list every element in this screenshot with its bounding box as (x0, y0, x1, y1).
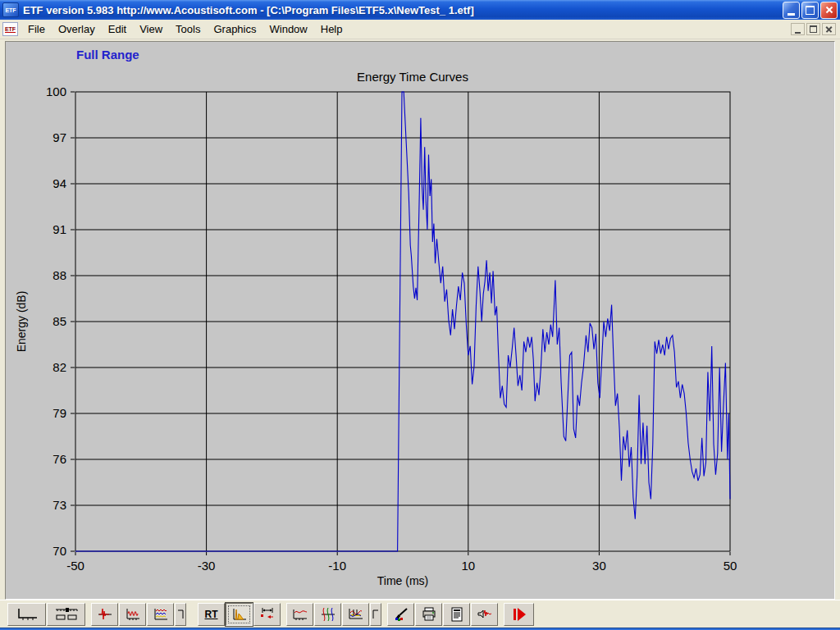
svg-text:79: 79 (52, 406, 66, 420)
child-window-controls (791, 23, 838, 35)
impulse-icon (97, 607, 113, 622)
svg-text:50: 50 (724, 559, 737, 573)
color-settings-button[interactable] (387, 603, 414, 626)
menu-bar: ETF FileOverlayEditViewToolsGraphicsWind… (0, 20, 840, 39)
child-minimize-button[interactable] (791, 23, 805, 35)
corner-right-icon (371, 607, 381, 622)
axes-button[interactable] (7, 603, 46, 626)
svg-text:30: 30 (592, 559, 606, 573)
svg-text:10: 10 (461, 559, 475, 573)
child-minimize-icon (795, 32, 801, 34)
menu-item-window[interactable]: Window (263, 21, 314, 38)
document-icon: ETF (2, 22, 18, 36)
menu-item-overlay[interactable]: Overlay (52, 21, 102, 38)
svg-text:-30: -30 (198, 559, 216, 573)
minimize-button[interactable] (783, 2, 800, 19)
rt-label: RT (205, 609, 218, 620)
menu-item-file[interactable]: File (21, 21, 52, 38)
window-controls (783, 2, 838, 19)
phase-curves-icon (320, 607, 336, 622)
speaker-wave-icon (477, 607, 493, 622)
close-button[interactable] (820, 2, 838, 19)
rt-button[interactable]: RT (198, 603, 225, 626)
child-restore-icon (810, 25, 817, 33)
combined-response-button[interactable] (342, 603, 369, 626)
corner-right-button[interactable] (370, 603, 381, 626)
svg-text:91: 91 (52, 222, 66, 236)
minimize-icon (788, 13, 795, 16)
app-icon: ETF (2, 2, 19, 17)
play-icon (510, 607, 528, 622)
svg-text:76: 76 (52, 452, 66, 466)
report-button[interactable] (443, 603, 470, 626)
report-icon (449, 607, 465, 622)
wavelets-icon (125, 607, 141, 622)
marker-slider-button[interactable] (47, 603, 85, 626)
child-close-icon (825, 25, 833, 33)
svg-text:94: 94 (52, 176, 66, 190)
restore-button[interactable] (801, 2, 819, 19)
combined-curves-icon (348, 607, 364, 622)
svg-text:82: 82 (52, 360, 66, 374)
time-range-icon (259, 607, 276, 622)
child-close-button[interactable] (822, 23, 836, 35)
energy-time-curve-button[interactable] (226, 603, 253, 626)
impulse-response-button[interactable] (91, 603, 118, 626)
menu-item-graphics[interactable]: Graphics (207, 21, 262, 38)
energy-time-chart: -50-30-1010305070737679828588919497100En… (6, 42, 834, 599)
svg-text:85: 85 (52, 314, 66, 328)
close-icon (824, 5, 834, 15)
svg-text:-50: -50 (66, 559, 84, 573)
axes-icon (13, 607, 41, 622)
restore-icon (806, 6, 815, 15)
toolbar: RT (0, 600, 840, 628)
time-range-button[interactable] (253, 603, 281, 626)
menu-item-tools[interactable]: Tools (169, 21, 207, 38)
grid-lines (71, 92, 730, 555)
menu-item-view[interactable]: View (133, 21, 169, 38)
slider-icon (52, 607, 80, 622)
frequency-response-icon (292, 607, 308, 622)
menu-item-edit[interactable]: Edit (102, 21, 133, 38)
wavelet-response-button[interactable] (119, 603, 146, 626)
svg-text:73: 73 (52, 498, 66, 512)
y-axis-label: Energy (dB) (15, 291, 28, 353)
print-button[interactable] (415, 603, 442, 626)
document-icon-label: ETF (5, 26, 16, 33)
overlay-curves-icon (153, 607, 169, 622)
energy-time-curve-icon (231, 607, 248, 622)
x-axis-label: Time (ms) (377, 574, 428, 587)
audio-monitor-button[interactable] (471, 603, 498, 626)
menu-items: FileOverlayEditViewToolsGraphicsWindowHe… (21, 21, 349, 38)
overlay-response-button[interactable] (147, 603, 174, 626)
window-title: ETF version 5.983 http://www.Acoustisoft… (23, 4, 778, 16)
phase-response-button[interactable] (314, 603, 341, 626)
svg-text:97: 97 (52, 130, 66, 144)
app-window: ETF ETF version 5.983 http://www.Acousti… (0, 0, 840, 630)
svg-text:88: 88 (52, 268, 66, 282)
menu-item-help[interactable]: Help (314, 21, 349, 38)
corner-left-button[interactable] (175, 603, 186, 626)
paintbrush-icon (393, 607, 409, 622)
client-area: Full Range -50-30-1010305070737679828588… (0, 39, 840, 600)
title-bar: ETF ETF version 5.983 http://www.Acousti… (0, 0, 840, 20)
svg-text:70: 70 (52, 544, 66, 558)
printer-icon (421, 607, 437, 622)
measure-start-button[interactable] (504, 603, 534, 626)
corner-left-icon (176, 607, 185, 622)
chart-panel: Full Range -50-30-1010305070737679828588… (5, 41, 835, 600)
svg-text:-10: -10 (328, 559, 346, 573)
child-restore-button[interactable] (806, 23, 820, 35)
svg-text:100: 100 (46, 84, 66, 98)
chart-title: Energy Time Curves (357, 70, 468, 84)
frequency-response-button[interactable] (286, 603, 313, 626)
